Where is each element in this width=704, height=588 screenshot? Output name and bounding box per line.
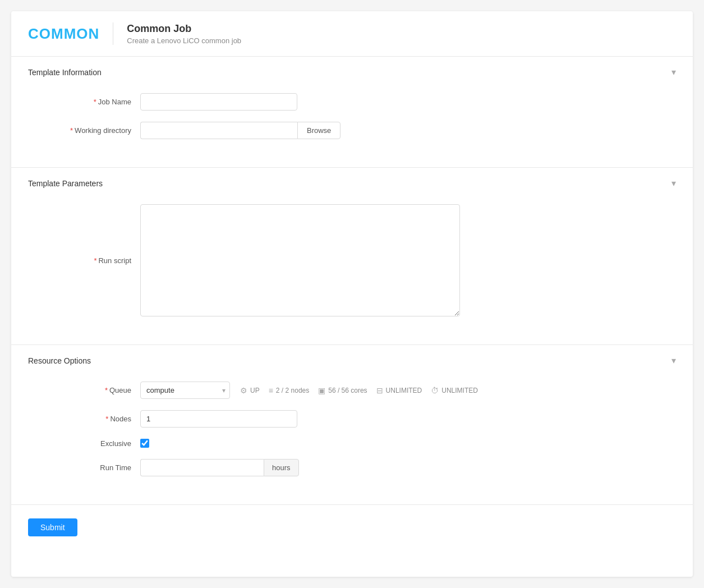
resource-options-title: Resource Options (28, 356, 91, 365)
header-divider (113, 22, 113, 45)
run-script-label: *Run script (28, 256, 140, 265)
runtime-unit-label: hours (264, 459, 299, 476)
job-name-label: *Job Name (28, 98, 140, 106)
stat-time: ⏱ UNLIMITED (431, 386, 478, 395)
header-title-block: Common Job Create a Lenovo LiCO common j… (127, 23, 241, 45)
run-script-required: * (94, 256, 96, 265)
mem-icon: ⊟ (376, 386, 383, 395)
template-parameters-title: Template Parameters (28, 179, 103, 188)
queue-select-wrapper: compute gpu debug ▾ (140, 382, 230, 399)
runtime-input[interactable] (140, 459, 264, 476)
time-icon: ⏱ (431, 386, 439, 395)
nodes-row: *Nodes (28, 410, 676, 428)
working-directory-row: *Working directory Browse (28, 122, 676, 139)
status-icon: ⚙ (240, 386, 247, 395)
stat-time-label: UNLIMITED (441, 387, 478, 394)
footer-actions: Submit (11, 505, 693, 550)
working-directory-input-group: Browse (140, 122, 341, 139)
resource-options-header[interactable]: Resource Options ▾ (11, 345, 693, 376)
working-directory-label: *Working directory (28, 126, 140, 135)
template-information-title: Template Information (28, 68, 102, 77)
nodes-required: * (105, 415, 108, 423)
resource-options-content: *Queue compute gpu debug ▾ ⚙ (11, 376, 693, 504)
queue-required: * (105, 386, 108, 394)
template-parameters-chevron: ▾ (671, 178, 676, 189)
exclusive-row: Exclusive (28, 439, 676, 448)
nodes-label: *Nodes (28, 415, 140, 423)
stat-nodes: ≡ 2 / 2 nodes (269, 386, 310, 395)
template-parameters-content: *Run script (11, 199, 693, 344)
page-subtitle: Create a Lenovo LiCO common job (127, 36, 241, 45)
cores-icon: ▣ (318, 386, 325, 395)
nodes-input[interactable] (140, 410, 297, 428)
job-name-required: * (94, 98, 96, 106)
exclusive-label: Exclusive (28, 439, 140, 448)
resource-options-chevron: ▾ (671, 355, 676, 366)
nodes-icon: ≡ (269, 386, 273, 395)
runtime-row: Run Time hours (28, 459, 676, 476)
brand-logo: COMMON (28, 25, 99, 43)
job-name-row: *Job Name (28, 93, 676, 111)
browse-button[interactable]: Browse (297, 122, 341, 139)
template-information-section: Template Information ▾ *Job Name *Workin… (11, 57, 693, 168)
page-title: Common Job (127, 23, 241, 35)
queue-label: *Queue (28, 386, 140, 394)
queue-controls: compute gpu debug ▾ ⚙ UP ≡ 2 / (140, 382, 478, 399)
job-name-input[interactable] (140, 93, 297, 111)
runtime-label: Run Time (28, 463, 140, 472)
run-script-textarea[interactable] (140, 204, 460, 316)
working-directory-input[interactable] (140, 122, 297, 139)
stat-status: ⚙ UP (240, 386, 260, 395)
template-parameters-section: Template Parameters ▾ *Run script (11, 168, 693, 345)
template-information-header[interactable]: Template Information ▾ (11, 57, 693, 88)
stat-cores: ▣ 56 / 56 cores (318, 386, 367, 395)
stat-status-label: UP (250, 387, 260, 394)
exclusive-checkbox[interactable] (140, 439, 149, 448)
stat-mem: ⊟ UNLIMITED (376, 386, 422, 395)
queue-row: *Queue compute gpu debug ▾ ⚙ (28, 382, 676, 399)
submit-button[interactable]: Submit (28, 518, 77, 536)
template-parameters-header[interactable]: Template Parameters ▾ (11, 168, 693, 199)
runtime-input-group: hours (140, 459, 299, 476)
header: COMMON Common Job Create a Lenovo LiCO c… (11, 11, 693, 57)
stat-nodes-label: 2 / 2 nodes (276, 387, 309, 394)
page-container: COMMON Common Job Create a Lenovo LiCO c… (11, 11, 693, 577)
queue-stats: ⚙ UP ≡ 2 / 2 nodes ▣ 56 / 56 cores ⊟ (240, 386, 478, 395)
working-directory-required: * (70, 126, 73, 135)
stat-cores-label: 56 / 56 cores (328, 387, 367, 394)
template-information-content: *Job Name *Working directory Browse (11, 88, 693, 167)
queue-select[interactable]: compute gpu debug (140, 382, 230, 399)
exclusive-checkbox-wrapper (140, 439, 149, 448)
template-information-chevron: ▾ (671, 67, 676, 77)
resource-options-section: Resource Options ▾ *Queue compute gpu de… (11, 345, 693, 505)
run-script-row: *Run script (28, 204, 676, 316)
stat-mem-label: UNLIMITED (386, 387, 422, 394)
